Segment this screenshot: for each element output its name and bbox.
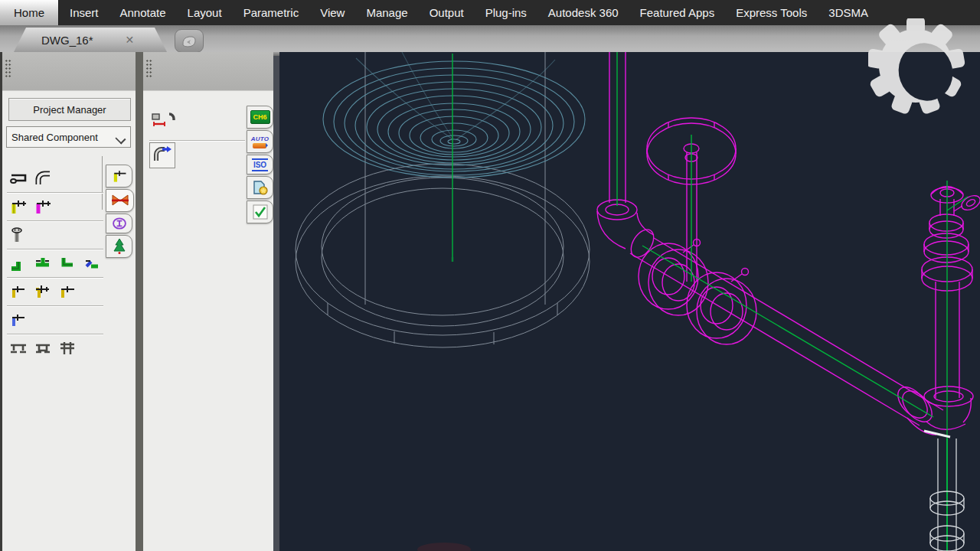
new-tab-button[interactable]: [175, 29, 204, 53]
auto-route-tab[interactable]: AUTO: [247, 130, 273, 153]
menu-tab-plugins[interactable]: Plug-ins: [475, 0, 537, 25]
menu-tab-layout[interactable]: Layout: [177, 0, 233, 25]
project-manager-button[interactable]: Project Manager: [8, 98, 131, 121]
support-clamp-tool[interactable]: [31, 338, 54, 358]
branch-yellow-icon: [111, 168, 128, 184]
route-elbow-icon: [152, 144, 173, 164]
close-icon[interactable]: ✕: [126, 34, 135, 46]
piping-branch-tab[interactable]: [106, 165, 132, 187]
pipe-straight-tool[interactable]: [7, 168, 30, 188]
branch-blue-tool[interactable]: [7, 310, 30, 330]
project-manager-palette: Project Manager Shared Component: [0, 52, 138, 551]
instrument-tab[interactable]: [106, 214, 132, 233]
palette-grip-bar[interactable]: [136, 52, 143, 551]
iso-icon: ISO: [252, 158, 268, 171]
chevron-down-icon: [115, 133, 126, 144]
menu-tab-express-tools[interactable]: Express Tools: [725, 0, 818, 25]
plant-tools-palette: CH6 AUTO ISO: [136, 52, 273, 551]
menu-tab-parametric[interactable]: Parametric: [233, 0, 310, 25]
grip-handle-icon[interactable]: [145, 59, 153, 79]
cross-yellow-tool[interactable]: [31, 282, 54, 302]
elbow-green-tool[interactable]: [7, 253, 30, 273]
document-tab-dwg16[interactable]: DWG_16* ✕: [14, 28, 167, 52]
document-tab-bar: DWG_16* ✕: [0, 25, 980, 52]
iso-tab[interactable]: ISO: [247, 155, 273, 174]
drawing-viewport[interactable]: [279, 52, 980, 551]
support-rack-icon: [57, 339, 77, 357]
dropdown-value: Shared Component: [11, 132, 98, 143]
branch-yellow-tool[interactable]: [7, 197, 30, 217]
tee-green-icon: [33, 254, 53, 272]
pipe-dimension-icon: [151, 110, 177, 130]
riser-gray-icon: [8, 226, 28, 244]
gate-valve-tab[interactable]: [106, 189, 134, 212]
branch-yellow2-tool[interactable]: [7, 282, 30, 302]
auto-route-icon: AUTO: [251, 135, 270, 148]
instrument-circle-i-icon: [112, 216, 127, 231]
gate-valve-icon: [111, 192, 129, 209]
elbow2-green-tool[interactable]: [56, 253, 79, 273]
document-tab-label: DWG_16*: [41, 34, 93, 47]
tree-icon: [112, 238, 127, 255]
ch6-spec-icon: CH6: [250, 110, 270, 124]
route-elbow-tool[interactable]: [149, 142, 175, 168]
pipe-dimension-tool[interactable]: [151, 110, 177, 133]
support-beam-icon: [8, 339, 28, 357]
branch-yellow2-icon: [8, 282, 28, 301]
shared-component-dropdown[interactable]: Shared Component: [6, 126, 131, 148]
plant-3d-wireframe: [279, 52, 980, 551]
pipe-elbow-icon: [33, 169, 53, 187]
ribbon-menu-bar: Home Insert Annotate Layout Parametric V…: [0, 0, 980, 25]
elbow2-green-icon: [57, 254, 77, 272]
support-rack-tool[interactable]: [56, 338, 79, 358]
export-page-icon: [252, 179, 269, 196]
spec-ch6-tab[interactable]: CH6: [247, 106, 273, 129]
palette-titlebar[interactable]: [143, 52, 273, 91]
riser-gray-tool[interactable]: [7, 225, 30, 245]
branch-blue-icon: [8, 311, 28, 329]
tee-green-tool[interactable]: [31, 253, 54, 273]
branch-yellow-icon: [8, 197, 28, 216]
cross-yellow-icon: [33, 282, 53, 301]
tree-support-tab[interactable]: [106, 235, 132, 258]
branch-yellow3-icon: [57, 282, 77, 301]
menu-tab-insert[interactable]: Insert: [59, 0, 109, 25]
menu-tab-manage[interactable]: Manage: [355, 0, 418, 25]
menu-tab-output[interactable]: Output: [419, 0, 475, 25]
support-beam-tool[interactable]: [7, 338, 30, 358]
fitting-blue-green-icon: [82, 254, 102, 272]
grip-handle-icon[interactable]: [5, 59, 12, 79]
export-tab[interactable]: [247, 176, 273, 199]
elbow-green-icon: [8, 254, 28, 272]
menu-tab-annotate[interactable]: Annotate: [109, 0, 177, 25]
support-clamp-icon: [33, 339, 53, 357]
branch-magenta-tool[interactable]: [31, 197, 54, 217]
gear-logo: [868, 18, 969, 119]
leaf-new-tab-icon: [181, 34, 197, 48]
palette-titlebar[interactable]: [2, 52, 137, 91]
tool-grid: [7, 167, 103, 360]
menu-tab-view[interactable]: View: [309, 0, 355, 25]
menu-tab-featured-apps[interactable]: Featured Apps: [629, 0, 726, 25]
validate-tab[interactable]: [247, 201, 273, 223]
branch-yellow3-tool[interactable]: [56, 282, 79, 302]
fitting-blue-green-tool[interactable]: [80, 253, 103, 273]
panel-viewport-divider: [273, 56, 279, 551]
menu-tab-autodesk360[interactable]: Autodesk 360: [537, 0, 629, 25]
menu-tab-home[interactable]: Home: [0, 0, 59, 25]
pipe-elbow-tool[interactable]: [31, 168, 54, 188]
branch-magenta-icon: [33, 197, 53, 216]
pipe-straight-icon: [8, 169, 28, 187]
validate-check-icon: [252, 204, 269, 220]
